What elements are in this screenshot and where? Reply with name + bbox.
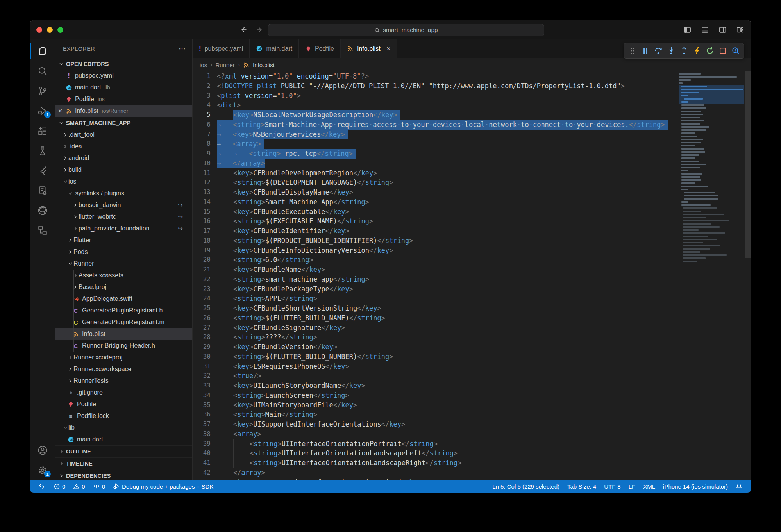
activity-item-github[interactable] xyxy=(30,200,55,220)
hot-reload-icon[interactable] xyxy=(691,45,703,57)
status-tab[interactable]: Tab Size: 4 xyxy=(564,483,599,490)
tree-item-android[interactable]: android xyxy=(55,152,192,164)
section-project-root[interactable]: SMART_MACHINE_APP xyxy=(55,117,192,129)
section-timeline[interactable]: TIMELINE xyxy=(55,457,192,470)
activity-item-extensions[interactable] xyxy=(30,121,55,141)
status-bell[interactable] xyxy=(733,483,745,490)
breadcrumb-item[interactable]: Runner xyxy=(216,62,235,68)
tree-item-Info.plist[interactable]: Info.plist xyxy=(55,328,192,340)
minimap[interactable] xyxy=(679,72,744,263)
tab-Podfile[interactable]: Podfile xyxy=(299,39,341,58)
tree-item-main.dart[interactable]: main.dart xyxy=(55,434,192,445)
stop-icon[interactable] xyxy=(717,45,729,57)
toggle-sidebar-icon[interactable] xyxy=(684,26,691,34)
more-actions-icon[interactable]: ⋯ xyxy=(179,45,186,53)
breadcrumb[interactable]: ios›Runner›Info.plist xyxy=(193,58,751,71)
activity-item-account[interactable] xyxy=(30,440,55,460)
code-editor[interactable]: 1<?xml version="1.0" encoding="UTF-8"?>2… xyxy=(193,71,751,480)
code-line: 43<key>UISupportedInterfaceOrientations~… xyxy=(193,478,751,480)
status-xml[interactable]: XML xyxy=(640,483,658,490)
tree-item-.gitignore[interactable]: .gitignore xyxy=(55,387,192,398)
lock-file-icon: ≡ xyxy=(67,413,74,420)
tree-item-Flutter[interactable]: Flutter xyxy=(55,234,192,246)
tree-item-ios[interactable]: ios xyxy=(55,176,192,187)
toggle-panel-icon[interactable] xyxy=(701,26,709,34)
status-error[interactable]: 0 xyxy=(50,480,68,493)
tab-Info.plist[interactable]: Info.plist✕ xyxy=(341,39,397,58)
tree-item-GeneratedPluginRegistrant.m[interactable]: CGeneratedPluginRegistrant.m xyxy=(55,316,192,328)
tree-item-.symlinksplugins[interactable]: .symlinks / plugins xyxy=(55,187,192,199)
activity-item-source-control[interactable] xyxy=(30,81,55,101)
breadcrumb-item[interactable]: ios xyxy=(200,62,207,68)
activity-item-testing[interactable] xyxy=(30,141,55,161)
zoom-window-button[interactable] xyxy=(57,27,63,33)
activity-item-project[interactable] xyxy=(30,220,55,240)
activity-item-flutter[interactable] xyxy=(30,161,55,180)
open-editor-Podfile[interactable]: Podfileios xyxy=(55,93,192,105)
editor-scrollbar[interactable] xyxy=(745,71,751,258)
restart-icon[interactable] xyxy=(704,45,716,57)
activity-item-search[interactable] xyxy=(30,61,55,81)
status-ln[interactable]: Ln 5, Col 5 (229 selected) xyxy=(489,483,563,490)
command-center-search[interactable]: smart_machine_app xyxy=(268,24,544,36)
grip-icon[interactable] xyxy=(626,45,638,57)
tree-item-Assets.xcassets[interactable]: Assets.xcassets xyxy=(55,270,192,281)
tree-item-lib[interactable]: lib xyxy=(55,422,192,434)
tab-pubspec.yaml[interactable]: ! pubspec.yaml xyxy=(193,39,250,58)
extensions-icon xyxy=(38,126,48,136)
tree-item-Runner.xcworkspace[interactable]: Runner.xcworkspace xyxy=(55,363,192,375)
tree-item-Runner.xcodeproj[interactable]: Runner.xcodeproj xyxy=(55,352,192,363)
breadcrumb-item[interactable]: Info.plist xyxy=(253,62,275,68)
tree-item-Podfile.lock[interactable]: ≡Podfile.lock xyxy=(55,410,192,422)
section-dependencies[interactable]: DEPENDENCIES xyxy=(55,470,192,480)
tree-item-GeneratedPluginRegistrant.h[interactable]: CGeneratedPluginRegistrant.h xyxy=(55,305,192,316)
step-into-icon[interactable] xyxy=(665,45,677,57)
status-warning[interactable]: 0 xyxy=(70,480,88,493)
status-debug-alt[interactable]: Debug my code + packages + SDK xyxy=(110,480,216,493)
open-editor-Info.plist[interactable]: ✕ Info.plistios/Runner xyxy=(55,105,192,117)
tab-main.dart[interactable]: main.dart xyxy=(250,39,299,58)
status-lf[interactable]: LF xyxy=(626,483,639,490)
tree-item-.idea[interactable]: .idea xyxy=(55,141,192,152)
code-line: 5<key>NSLocalNetworkUsageDescription</ke… xyxy=(193,110,751,120)
activity-item-settings[interactable]: 1 xyxy=(30,460,55,480)
tree-item-path_provider_foundation[interactable]: path_provider_foundation↪ xyxy=(55,223,192,234)
tree-item-Podfile[interactable]: Podfile xyxy=(55,398,192,410)
open-editor-pubspec.yaml[interactable]: ! pubspec.yaml xyxy=(55,70,192,82)
tree-item-AppDelegate.swift[interactable]: AppDelegate.swift xyxy=(55,293,192,305)
status-remote[interactable] xyxy=(36,480,49,493)
code-line: 16<string>$(EXECUTABLE_NAME)</string> xyxy=(193,216,751,226)
back-arrow-icon[interactable] xyxy=(239,26,247,34)
devtools-icon[interactable] xyxy=(729,45,742,57)
tree-item-Pods[interactable]: Pods xyxy=(55,246,192,258)
close-window-button[interactable] xyxy=(36,27,42,33)
close-tab-icon[interactable]: ✕ xyxy=(386,46,391,52)
minimize-window-button[interactable] xyxy=(47,27,53,33)
tree-item-bonsoir_darwin[interactable]: bonsoir_darwin↪ xyxy=(55,199,192,211)
code-line: 22<string>smart_machine_app</string> xyxy=(193,275,751,284)
activity-item-tools[interactable] xyxy=(30,180,55,200)
status-broadcast[interactable]: 0 xyxy=(90,480,108,493)
status-utf8[interactable]: UTF-8 xyxy=(601,483,624,490)
tree-item-build[interactable]: build xyxy=(55,164,192,176)
section-open-editors[interactable]: OPEN EDITORS xyxy=(55,58,192,70)
toggle-secondary-sidebar-icon[interactable] xyxy=(719,26,726,34)
close-icon[interactable]: ✕ xyxy=(55,108,65,114)
step-out-icon[interactable] xyxy=(678,45,690,57)
step-over-icon[interactable] xyxy=(652,45,664,57)
tree-item-Runner-Bridging-Header.h[interactable]: CRunner-Bridging-Header.h xyxy=(55,340,192,352)
tree-item-Runner[interactable]: Runner xyxy=(55,258,192,270)
section-outline[interactable]: OUTLINE xyxy=(55,445,192,457)
customize-layout-icon[interactable] xyxy=(736,26,744,34)
forward-arrow-icon[interactable] xyxy=(256,26,264,34)
open-editor-main.dart[interactable]: main.dartlib xyxy=(55,82,192,93)
activity-item-run-debug[interactable]: 1 xyxy=(30,101,55,121)
tree-item-.dart_tool[interactable]: .dart_tool xyxy=(55,129,192,141)
pause-icon[interactable] xyxy=(639,45,651,57)
tree-item-RunnerTests[interactable]: RunnerTests xyxy=(55,375,192,387)
code-line: 27<key>CFBundleSignature</key> xyxy=(193,323,751,333)
status-iphone[interactable]: iPhone 14 (ios simulator) xyxy=(660,483,731,490)
activity-item-explorer[interactable] xyxy=(30,41,55,61)
tree-item-flutter_webrtc[interactable]: flutter_webrtc↪ xyxy=(55,211,192,223)
tree-item-Base.lproj[interactable]: Base.lproj xyxy=(55,281,192,293)
